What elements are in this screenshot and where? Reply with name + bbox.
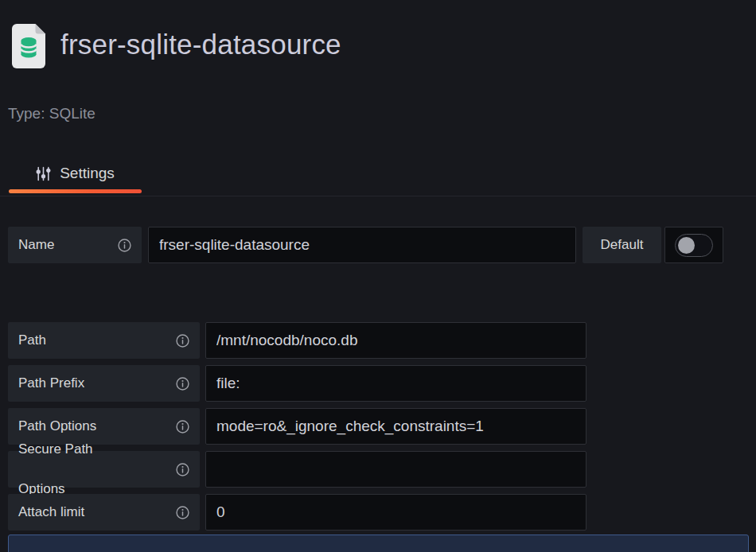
toggle-knob bbox=[678, 237, 695, 254]
info-icon[interactable] bbox=[118, 239, 131, 252]
path-field-label: Path bbox=[8, 322, 200, 359]
secure-path-options-field-label: Secure Path Options bbox=[8, 451, 200, 488]
name-label-text: Name bbox=[18, 237, 54, 253]
sqlite-datasource-icon bbox=[11, 24, 46, 68]
secure-path-options-input[interactable] bbox=[205, 451, 586, 488]
datasource-settings-page: frser-sqlite-datasource Type: SQLite Set… bbox=[0, 0, 756, 552]
name-input[interactable] bbox=[148, 227, 576, 263]
tab-settings[interactable]: Settings bbox=[8, 160, 142, 187]
page-title: frser-sqlite-datasource bbox=[60, 29, 341, 60]
default-label: Default bbox=[583, 227, 661, 263]
path-input[interactable] bbox=[205, 322, 586, 359]
info-icon[interactable] bbox=[176, 334, 189, 348]
attach-limit-input[interactable] bbox=[205, 494, 586, 531]
info-icon[interactable] bbox=[176, 420, 189, 433]
attach-limit-label-text: Attach limit bbox=[18, 504, 84, 520]
default-label-text: Default bbox=[601, 237, 644, 253]
path-options-input[interactable] bbox=[205, 408, 586, 445]
path-prefix-field-label: Path Prefix bbox=[8, 365, 200, 402]
toggle-pill bbox=[675, 234, 713, 257]
tabs-divider bbox=[0, 196, 756, 196]
datasource-type-label: Type: SQLite bbox=[8, 105, 95, 122]
path-prefix-input[interactable] bbox=[205, 365, 586, 402]
tab-settings-label: Settings bbox=[60, 165, 115, 182]
attach-limit-field-label: Attach limit bbox=[8, 494, 200, 531]
sliders-icon bbox=[35, 165, 52, 182]
info-alert bbox=[8, 535, 749, 552]
name-field-label: Name bbox=[8, 227, 142, 263]
active-tab-indicator bbox=[9, 189, 142, 193]
info-icon[interactable] bbox=[176, 506, 189, 519]
default-toggle[interactable] bbox=[664, 227, 723, 263]
info-icon[interactable] bbox=[176, 463, 189, 476]
path-label-text: Path bbox=[18, 332, 46, 348]
path-prefix-label-text: Path Prefix bbox=[18, 375, 84, 391]
info-icon[interactable] bbox=[176, 377, 189, 391]
